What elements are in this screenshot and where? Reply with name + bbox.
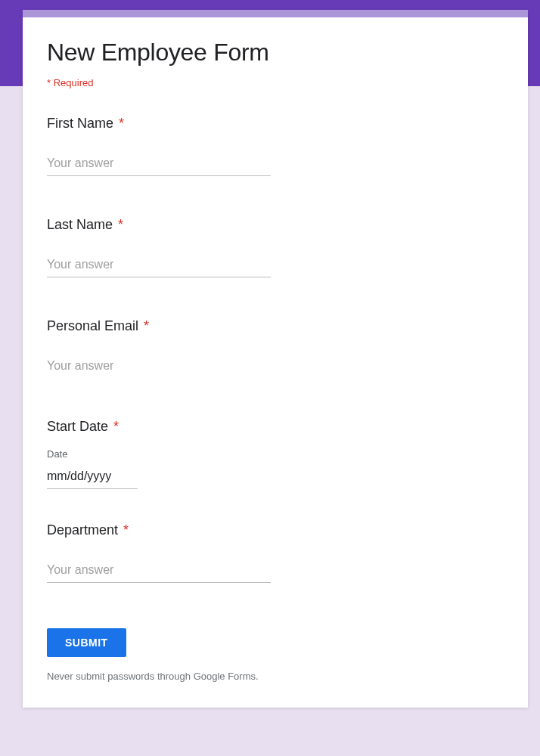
question-last-name: Last Name *	[47, 217, 504, 277]
question-label: First Name *	[47, 116, 504, 132]
required-star: *	[119, 116, 124, 131]
question-first-name: First Name *	[47, 116, 504, 176]
footer-note: Never submit passwords through Google Fo…	[47, 671, 504, 682]
question-label: Department *	[47, 522, 504, 538]
required-star: *	[123, 522, 129, 538]
question-label: Start Date *	[47, 419, 504, 435]
question-personal-email: Personal Email *	[47, 318, 504, 378]
submit-button[interactable]: SUBMIT	[47, 628, 126, 657]
required-star: *	[144, 318, 149, 333]
start-date-input[interactable]	[47, 466, 138, 489]
form-card: New Employee Form * Required First Name …	[23, 10, 528, 708]
department-input[interactable]	[47, 559, 271, 583]
question-department: Department *	[47, 522, 504, 583]
form-title: New Employee Form	[47, 39, 504, 67]
label-text: Last Name	[47, 217, 113, 232]
personal-email-input[interactable]	[47, 355, 271, 378]
last-name-input[interactable]	[47, 254, 271, 277]
required-note: * Required	[47, 77, 504, 88]
form-accent-bar	[23, 10, 528, 17]
form-body: New Employee Form * Required First Name …	[23, 17, 528, 708]
question-start-date: Start Date * Date	[47, 419, 504, 489]
label-text: First Name	[47, 116, 113, 131]
label-text: Personal Email	[47, 318, 138, 333]
required-star: *	[118, 217, 123, 232]
label-text: Start Date	[47, 419, 108, 434]
first-name-input[interactable]	[47, 153, 271, 176]
label-text: Department	[47, 522, 118, 538]
date-sublabel: Date	[47, 448, 504, 460]
required-star: *	[113, 419, 119, 434]
question-label: Last Name *	[47, 217, 504, 233]
question-label: Personal Email *	[47, 318, 504, 334]
